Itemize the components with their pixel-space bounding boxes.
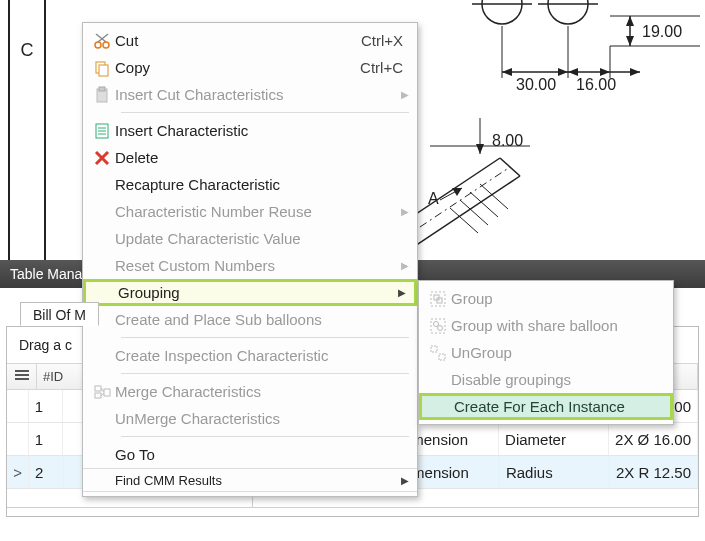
menu-label: Insert Cut Characteristics bbox=[115, 86, 403, 103]
menu-label: Create Inspection Characteristic bbox=[115, 347, 403, 364]
row-id: 1 bbox=[29, 423, 63, 455]
svg-point-36 bbox=[95, 42, 101, 48]
menu-characteristic-number-reuse: Characteristic Number Reuse ▶ bbox=[83, 198, 417, 225]
svg-marker-7 bbox=[626, 16, 634, 26]
grouping-submenu: Group Group with share balloon UnGroup D… bbox=[418, 280, 674, 425]
row-value: 2X R 12.50 bbox=[610, 456, 698, 488]
table-manager-title: Table Mana bbox=[10, 266, 82, 282]
menu-label: Find CMM Results bbox=[115, 473, 403, 488]
menu-label: Copy bbox=[115, 59, 360, 76]
row-id: 2 bbox=[29, 456, 64, 488]
group-share-icon bbox=[425, 318, 451, 334]
submenu-disable-groupings: Disable groupings bbox=[419, 366, 673, 393]
menu-label: Recapture Characteristic bbox=[115, 176, 403, 193]
submenu-label: UnGroup bbox=[451, 344, 659, 361]
svg-rect-51 bbox=[95, 393, 101, 398]
menu-create-sub-balloons: Create and Place Sub balloons bbox=[83, 306, 417, 333]
row-caret bbox=[7, 423, 29, 455]
menu-recapture-characteristic[interactable]: Recapture Characteristic bbox=[83, 171, 417, 198]
chevron-right-icon: ▶ bbox=[401, 475, 409, 486]
chevron-right-icon: ▶ bbox=[398, 287, 406, 298]
dim-19: 19.00 bbox=[642, 23, 682, 40]
submenu-label: Group bbox=[451, 290, 659, 307]
menu-insert-cut-characteristics: Insert Cut Characteristics ▶ bbox=[83, 81, 417, 108]
paste-icon bbox=[89, 86, 115, 104]
svg-rect-62 bbox=[439, 354, 445, 360]
svg-marker-22 bbox=[476, 144, 484, 154]
ungroup-icon bbox=[425, 345, 451, 361]
menu-label: UnMerge Characteristics bbox=[115, 410, 403, 427]
menu-copy[interactable]: Copy Ctrl+C bbox=[83, 54, 417, 81]
menu-label: Merge Characteristics bbox=[115, 383, 403, 400]
menu-shortcut: Ctrl+X bbox=[361, 32, 403, 49]
svg-marker-8 bbox=[626, 36, 634, 46]
menu-insert-characteristic[interactable]: Insert Characteristic bbox=[83, 117, 417, 144]
svg-marker-17 bbox=[600, 68, 610, 76]
row-value: 2X Ø 16.00 bbox=[609, 423, 698, 455]
svg-rect-43 bbox=[99, 87, 105, 91]
menu-merge-characteristics: Merge Characteristics bbox=[83, 378, 417, 405]
menu-grouping[interactable]: Grouping ▶ bbox=[83, 279, 417, 306]
svg-marker-19 bbox=[630, 68, 640, 76]
delete-icon bbox=[89, 149, 115, 167]
svg-line-38 bbox=[98, 34, 108, 42]
menu-delete[interactable]: Delete bbox=[83, 144, 417, 171]
tab-bill-of-m[interactable]: Bill Of M bbox=[20, 302, 99, 326]
svg-rect-41 bbox=[99, 65, 108, 76]
menu-find-cmm-results[interactable]: Find CMM Results ▶ bbox=[83, 468, 417, 492]
menu-icon bbox=[15, 369, 29, 384]
dim-16: 16.00 bbox=[576, 76, 616, 92]
submenu-label: Disable groupings bbox=[451, 371, 659, 388]
dim-8: 8.00 bbox=[492, 132, 523, 149]
context-menu: Cut Ctrl+X Copy Ctrl+C Insert Cut Charac… bbox=[82, 22, 418, 497]
menu-label: Go To bbox=[115, 446, 403, 463]
insert-icon bbox=[89, 122, 115, 140]
drawing-row-label: C bbox=[10, 0, 46, 269]
dim-30: 30.00 bbox=[516, 76, 556, 92]
menu-go-to[interactable]: Go To bbox=[83, 441, 417, 468]
menu-reset-custom-numbers: Reset Custom Numbers ▶ bbox=[83, 252, 417, 279]
menu-label: Reset Custom Numbers bbox=[115, 257, 403, 274]
svg-point-37 bbox=[103, 42, 109, 48]
svg-line-39 bbox=[96, 34, 106, 42]
menu-label: Update Characteristic Value bbox=[115, 230, 403, 247]
svg-marker-32 bbox=[452, 188, 462, 196]
submenu-label: Create For Each Instance bbox=[454, 398, 656, 415]
menu-label: Delete bbox=[115, 149, 403, 166]
row-caret bbox=[7, 390, 29, 422]
submenu-create-for-each-instance[interactable]: Create For Each Instance bbox=[419, 393, 673, 420]
row-subtype: Diameter bbox=[499, 423, 609, 455]
chevron-right-icon: ▶ bbox=[401, 260, 409, 271]
submenu-group: Group bbox=[419, 285, 673, 312]
grid-header-menu[interactable] bbox=[7, 364, 37, 389]
submenu-ungroup: UnGroup bbox=[419, 339, 673, 366]
svg-rect-61 bbox=[431, 346, 437, 352]
svg-rect-52 bbox=[104, 389, 110, 396]
scissors-icon bbox=[89, 32, 115, 50]
row-id: 1 bbox=[29, 390, 63, 422]
menu-label: Grouping bbox=[118, 284, 400, 301]
group-icon bbox=[425, 291, 451, 307]
row-subtype: Radius bbox=[500, 456, 610, 488]
detail-a-label: A bbox=[428, 190, 439, 207]
menu-label: Characteristic Number Reuse bbox=[115, 203, 403, 220]
svg-point-60 bbox=[438, 325, 443, 330]
svg-point-59 bbox=[434, 321, 439, 326]
svg-marker-13 bbox=[502, 68, 512, 76]
row-caret[interactable]: > bbox=[7, 456, 29, 488]
svg-rect-55 bbox=[431, 292, 445, 306]
merge-icon bbox=[89, 383, 115, 401]
svg-rect-50 bbox=[95, 386, 101, 391]
menu-cut[interactable]: Cut Ctrl+X bbox=[83, 27, 417, 54]
menu-shortcut: Ctrl+C bbox=[360, 59, 403, 76]
top-right-drawing: 19.00 30.00 16.00 bbox=[440, 0, 705, 92]
menu-update-characteristic-value: Update Characteristic Value bbox=[83, 225, 417, 252]
menu-create-inspection-characteristic: Create Inspection Characteristic bbox=[83, 342, 417, 369]
submenu-label: Group with share balloon bbox=[451, 317, 659, 334]
menu-unmerge-characteristics: UnMerge Characteristics bbox=[83, 405, 417, 432]
chevron-right-icon: ▶ bbox=[401, 206, 409, 217]
menu-label: Create and Place Sub balloons bbox=[115, 311, 403, 328]
chevron-right-icon: ▶ bbox=[401, 89, 409, 100]
svg-marker-16 bbox=[568, 68, 578, 76]
copy-icon bbox=[89, 59, 115, 77]
